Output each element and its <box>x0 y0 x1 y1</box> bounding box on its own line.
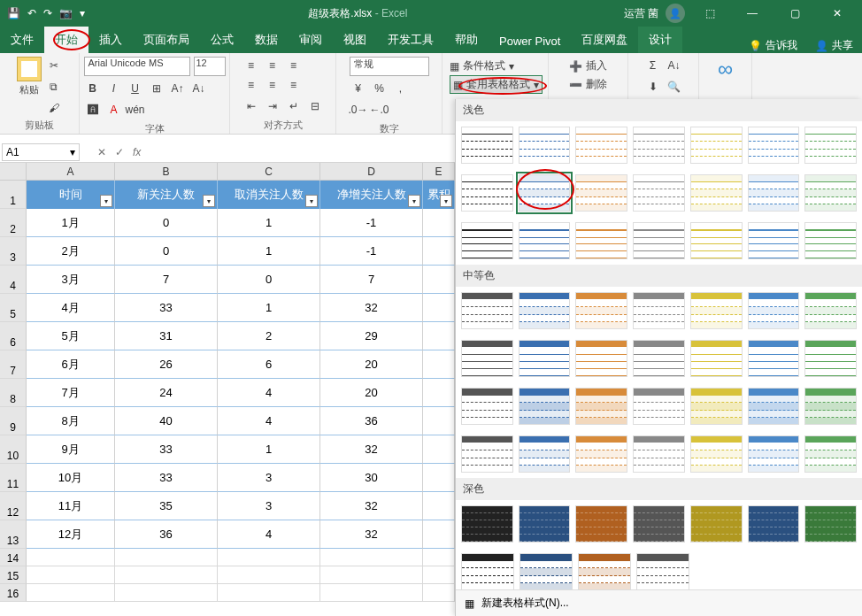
cell[interactable] <box>218 566 320 584</box>
row-header[interactable]: 15 <box>0 566 27 584</box>
cell[interactable]: 33 <box>115 435 218 464</box>
cell[interactable]: 3月 <box>27 266 115 294</box>
table-style-thumb[interactable] <box>748 505 800 543</box>
fx-icon[interactable]: fx <box>133 146 141 158</box>
cell[interactable] <box>423 584 455 602</box>
cell[interactable]: 1 <box>218 294 320 322</box>
cell[interactable]: 9月 <box>27 435 115 464</box>
table-style-thumb[interactable] <box>633 174 685 212</box>
col-header[interactable]: D <box>320 163 423 180</box>
font-name-select[interactable]: Arial Unicode MS <box>84 57 190 76</box>
filter-dropdown-icon[interactable]: ▾ <box>305 195 318 207</box>
tab-layout[interactable]: 页面布局 <box>133 27 200 53</box>
cell[interactable]: 32 <box>320 520 423 549</box>
table-style-thumb[interactable] <box>804 174 857 212</box>
border-button[interactable]: ⊞ <box>148 80 165 97</box>
table-style-thumb[interactable] <box>748 292 800 329</box>
row-header[interactable]: 7 <box>0 350 27 379</box>
tellme-button[interactable]: 💡告诉我 <box>740 38 806 53</box>
ribbon-options-icon[interactable]: ⬚ <box>692 7 727 19</box>
table-style-thumb[interactable] <box>575 388 627 425</box>
tab-help[interactable]: 帮助 <box>444 27 489 53</box>
cell[interactable]: -1 <box>320 237 423 266</box>
table-style-thumb[interactable] <box>461 505 513 543</box>
table-header-cell[interactable]: 净增关注人数▾ <box>320 181 423 209</box>
shrink-font-icon[interactable]: A↓ <box>190 80 208 97</box>
increase-indent-icon[interactable]: ⇥ <box>264 97 281 115</box>
table-style-thumb[interactable] <box>519 127 571 164</box>
tab-design[interactable]: 设计 <box>638 27 682 53</box>
tab-home[interactable]: 开始 <box>44 27 89 53</box>
table-style-thumb[interactable] <box>690 127 743 164</box>
table-style-thumb[interactable] <box>748 435 800 473</box>
align-center-icon[interactable]: ≡ <box>264 76 281 94</box>
cell[interactable]: 20 <box>320 379 423 407</box>
row-header[interactable]: 10 <box>0 435 27 464</box>
table-style-thumb[interactable] <box>636 553 689 590</box>
cell[interactable] <box>218 584 320 602</box>
cell[interactable]: 4 <box>218 520 320 549</box>
table-style-thumb[interactable] <box>575 222 627 259</box>
cell[interactable]: 2 <box>218 322 320 350</box>
col-header[interactable]: E <box>423 163 455 180</box>
cell[interactable]: 24 <box>115 379 218 407</box>
row-header[interactable]: 3 <box>0 237 27 266</box>
cell[interactable]: 0 <box>218 266 320 294</box>
cell[interactable] <box>115 549 218 566</box>
percent-icon[interactable]: % <box>371 80 389 97</box>
find-icon[interactable]: 🔍 <box>666 78 683 96</box>
table-style-thumb[interactable] <box>748 174 800 212</box>
bold-button[interactable]: B <box>84 80 102 97</box>
filter-dropdown-icon[interactable]: ▾ <box>440 195 452 207</box>
comma-icon[interactable]: , <box>392 80 410 97</box>
table-style-thumb[interactable] <box>519 340 571 377</box>
cell[interactable]: 4 <box>218 407 320 435</box>
cell[interactable] <box>423 464 455 492</box>
table-style-thumb[interactable] <box>633 435 685 473</box>
cell[interactable]: 1 <box>218 237 320 266</box>
table-style-thumb[interactable] <box>633 388 685 425</box>
cell[interactable]: 4月 <box>27 294 115 322</box>
cell[interactable]: 32 <box>320 435 423 464</box>
cell[interactable] <box>423 492 455 520</box>
conditional-format-button[interactable]: ▦条件格式▾ <box>450 57 543 75</box>
cell[interactable]: 36 <box>115 520 218 549</box>
align-left-icon[interactable]: ≡ <box>242 76 260 94</box>
camera-icon[interactable]: 📷 <box>59 7 73 19</box>
cell[interactable]: 26 <box>115 350 218 379</box>
cell[interactable]: 31 <box>115 322 218 350</box>
cell[interactable]: 7月 <box>27 379 115 407</box>
table-style-thumb[interactable] <box>461 127 513 164</box>
format-painter-icon[interactable]: 🖌 <box>45 99 63 117</box>
row-header[interactable]: 11 <box>0 464 27 492</box>
close-icon[interactable]: ✕ <box>820 7 855 19</box>
cell[interactable] <box>320 549 423 566</box>
table-style-thumb[interactable] <box>690 222 743 259</box>
row-header[interactable]: 6 <box>0 322 27 350</box>
table-style-thumb[interactable] <box>690 340 743 377</box>
table-style-thumb[interactable] <box>519 505 571 543</box>
filter-dropdown-icon[interactable]: ▾ <box>100 195 112 207</box>
minimize-icon[interactable]: — <box>735 7 770 19</box>
cell[interactable]: 29 <box>320 322 423 350</box>
cell[interactable] <box>320 584 423 602</box>
table-style-thumb[interactable] <box>804 292 857 329</box>
align-middle-icon[interactable]: ≡ <box>264 57 281 74</box>
font-size-select[interactable]: 12 <box>194 57 226 76</box>
table-style-thumb[interactable] <box>461 174 513 212</box>
underline-button[interactable]: U <box>127 80 144 97</box>
cell[interactable]: 5月 <box>27 322 115 350</box>
cell[interactable]: 40 <box>115 407 218 435</box>
save-qat-icon[interactable]: 💾 <box>7 7 20 19</box>
redo-icon[interactable]: ↷ <box>43 7 52 19</box>
row-header[interactable]: 14 <box>0 549 27 566</box>
row-header[interactable]: 1 <box>0 181 27 209</box>
tab-view[interactable]: 视图 <box>333 27 377 53</box>
table-style-thumb[interactable] <box>520 553 573 590</box>
cell[interactable] <box>27 566 115 584</box>
fill-icon[interactable]: ⬇ <box>644 78 662 96</box>
cell[interactable] <box>423 549 455 566</box>
wrap-text-icon[interactable]: ↵ <box>285 97 303 115</box>
row-header[interactable]: 4 <box>0 266 27 294</box>
table-style-thumb[interactable] <box>519 435 571 473</box>
